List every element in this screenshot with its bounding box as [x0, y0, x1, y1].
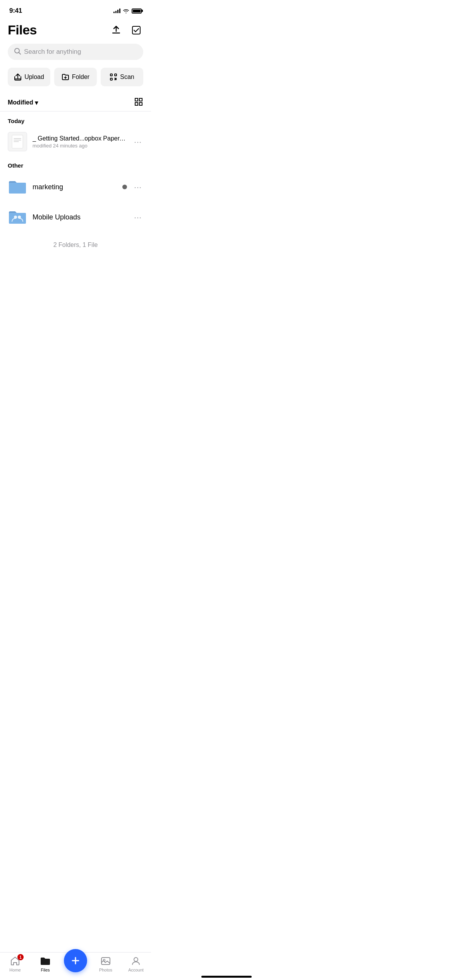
upload-button[interactable]: Upload	[8, 68, 50, 86]
search-container: Search for anything	[0, 42, 151, 66]
upload-arrow-icon	[111, 25, 121, 35]
folder-more-button-marketing[interactable]: ···	[132, 181, 143, 193]
file-more-button[interactable]: ···	[132, 136, 143, 148]
svg-rect-10	[139, 103, 142, 105]
svg-rect-4	[110, 74, 112, 76]
file-meta: modified 24 minutes ago	[33, 143, 127, 149]
folder-item-mobile-uploads[interactable]: Mobile Uploads ···	[0, 202, 151, 232]
svg-rect-5	[115, 74, 117, 76]
folder-svg-marketing	[8, 179, 27, 195]
folder-name-wrap-mobile: Mobile Uploads	[33, 213, 127, 221]
svg-rect-8	[139, 98, 142, 101]
folder-btn-label: Folder	[72, 74, 89, 81]
battery-icon	[132, 9, 142, 14]
action-buttons: Upload Folder Scan	[0, 66, 151, 94]
svg-rect-9	[135, 103, 138, 105]
file-thumbnail	[8, 132, 27, 151]
folder-name-mobile-uploads: Mobile Uploads	[33, 213, 127, 221]
upload-btn-icon	[14, 73, 22, 81]
signal-icon	[113, 9, 120, 13]
page-title: Files	[8, 22, 37, 38]
wifi-icon	[123, 9, 129, 14]
status-time: 9:41	[9, 7, 22, 15]
grid-icon	[134, 97, 143, 106]
file-summary: 2 Folders, 1 File	[0, 232, 151, 258]
folder-plus-icon	[62, 73, 69, 81]
scan-button[interactable]: Scan	[101, 68, 143, 86]
folder-icon-marketing	[8, 177, 27, 197]
svg-rect-7	[135, 98, 138, 101]
section-other: Other	[0, 156, 151, 172]
status-icons	[113, 9, 142, 14]
search-icon	[14, 48, 21, 56]
select-icon-button[interactable]	[129, 23, 143, 37]
folder-sync-dot	[122, 185, 127, 189]
upload-icon-button[interactable]	[109, 23, 123, 37]
file-name: _ Getting Started...opbox Paper.paper	[33, 135, 127, 142]
folder-name-wrap: marketing	[33, 183, 127, 191]
svg-rect-0	[112, 33, 120, 34]
svg-point-2	[15, 48, 19, 53]
checkbox-icon	[131, 25, 141, 35]
svg-rect-3	[15, 79, 21, 79]
scan-btn-label: Scan	[120, 74, 134, 81]
sort-label-text: Modified	[8, 99, 33, 106]
folder-item-marketing[interactable]: marketing ···	[0, 172, 151, 202]
folder-more-button-mobile-uploads[interactable]: ···	[132, 211, 143, 223]
scan-icon	[110, 73, 117, 81]
svg-rect-6	[110, 78, 112, 80]
page-header: Files	[0, 19, 151, 42]
status-bar: 9:41	[0, 0, 151, 19]
search-bar[interactable]: Search for anything	[8, 44, 143, 60]
folder-name-marketing: marketing	[33, 183, 120, 191]
file-item-paper[interactable]: _ Getting Started...opbox Paper.paper mo…	[0, 127, 151, 156]
folder-icon-mobile-uploads	[8, 207, 27, 227]
grid-view-button[interactable]	[134, 97, 143, 108]
document-icon	[12, 135, 23, 149]
upload-btn-label: Upload	[24, 74, 44, 81]
file-info: _ Getting Started...opbox Paper.paper mo…	[33, 135, 127, 149]
folder-svg-mobile-uploads	[8, 209, 27, 225]
search-placeholder: Search for anything	[24, 48, 81, 56]
sort-chevron-icon: ▾	[35, 99, 38, 106]
section-today: Today	[0, 111, 151, 127]
header-actions	[109, 23, 143, 37]
new-folder-button[interactable]: Folder	[54, 68, 97, 86]
sort-modified-button[interactable]: Modified ▾	[8, 99, 38, 106]
sort-bar: Modified ▾	[0, 94, 151, 111]
